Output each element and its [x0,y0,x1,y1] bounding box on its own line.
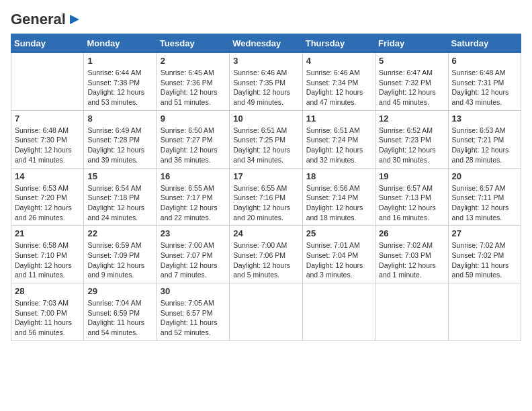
day-number: 18 [306,171,371,181]
logo-arrow-icon [67,12,82,27]
calendar-cell: 12Sunrise: 6:52 AM Sunset: 7:23 PM Dayli… [375,110,448,168]
calendar-cell: 21Sunrise: 6:58 AM Sunset: 7:10 PM Dayli… [11,226,84,283]
day-details: Sunrise: 6:46 AM Sunset: 7:35 PM Dayligh… [233,68,298,107]
day-details: Sunrise: 6:53 AM Sunset: 7:20 PM Dayligh… [15,183,80,223]
weekday-header-friday: Friday [375,34,448,53]
day-details: Sunrise: 6:47 AM Sunset: 7:32 PM Dayligh… [379,68,444,107]
calendar-cell: 13Sunrise: 6:53 AM Sunset: 7:21 PM Dayli… [448,110,521,168]
calendar-cell: 25Sunrise: 7:01 AM Sunset: 7:04 PM Dayli… [302,226,375,283]
day-number: 30 [161,286,226,296]
day-number: 28 [15,286,80,296]
day-details: Sunrise: 6:50 AM Sunset: 7:27 PM Dayligh… [161,126,226,165]
day-details: Sunrise: 6:44 AM Sunset: 7:38 PM Dayligh… [87,68,152,107]
calendar-cell: 23Sunrise: 7:00 AM Sunset: 7:07 PM Dayli… [157,226,229,283]
day-number: 25 [306,228,371,238]
day-number: 20 [452,171,517,181]
calendar-week-4: 21Sunrise: 6:58 AM Sunset: 7:10 PM Dayli… [11,226,521,283]
day-number: 17 [233,171,298,181]
calendar-cell: 2Sunrise: 6:45 AM Sunset: 7:36 PM Daylig… [157,53,229,111]
day-details: Sunrise: 6:58 AM Sunset: 7:10 PM Dayligh… [15,240,80,280]
calendar-cell: 8Sunrise: 6:49 AM Sunset: 7:28 PM Daylig… [84,110,157,168]
day-number: 2 [161,56,226,66]
calendar-week-2: 7Sunrise: 6:48 AM Sunset: 7:30 PM Daylig… [11,110,521,168]
day-details: Sunrise: 6:48 AM Sunset: 7:31 PM Dayligh… [452,68,517,107]
day-number: 24 [233,228,298,238]
calendar-cell: 3Sunrise: 6:46 AM Sunset: 7:35 PM Daylig… [230,53,302,111]
calendar-cell: 5Sunrise: 6:47 AM Sunset: 7:32 PM Daylig… [375,53,448,111]
calendar-cell [230,283,302,341]
calendar-cell: 15Sunrise: 6:54 AM Sunset: 7:18 PM Dayli… [84,168,157,226]
day-details: Sunrise: 7:02 AM Sunset: 7:03 PM Dayligh… [379,240,444,280]
calendar-cell: 26Sunrise: 7:02 AM Sunset: 7:03 PM Dayli… [375,226,448,283]
day-details: Sunrise: 6:54 AM Sunset: 7:18 PM Dayligh… [87,183,152,223]
day-details: Sunrise: 7:05 AM Sunset: 6:57 PM Dayligh… [161,298,226,338]
day-number: 11 [306,113,371,124]
day-details: Sunrise: 6:53 AM Sunset: 7:21 PM Dayligh… [452,126,517,165]
day-details: Sunrise: 7:00 AM Sunset: 7:07 PM Dayligh… [161,240,226,280]
day-number: 1 [87,56,152,66]
day-details: Sunrise: 6:46 AM Sunset: 7:34 PM Dayligh… [306,68,371,107]
weekday-header-tuesday: Tuesday [157,34,229,53]
day-details: Sunrise: 6:59 AM Sunset: 7:09 PM Dayligh… [87,240,152,280]
weekday-header-monday: Monday [84,34,157,53]
weekday-header-wednesday: Wednesday [230,34,302,53]
day-number: 19 [379,171,444,181]
calendar-cell: 20Sunrise: 6:57 AM Sunset: 7:11 PM Dayli… [448,168,521,226]
day-details: Sunrise: 6:55 AM Sunset: 7:17 PM Dayligh… [161,183,226,223]
calendar-cell: 4Sunrise: 6:46 AM Sunset: 7:34 PM Daylig… [302,53,375,111]
day-details: Sunrise: 6:49 AM Sunset: 7:28 PM Dayligh… [87,126,152,165]
day-number: 23 [161,228,226,238]
svg-marker-0 [70,15,79,24]
day-number: 14 [15,171,80,181]
calendar-cell: 18Sunrise: 6:56 AM Sunset: 7:14 PM Dayli… [302,168,375,226]
calendar-cell [11,53,84,111]
calendar-week-5: 28Sunrise: 7:03 AM Sunset: 7:00 PM Dayli… [11,283,521,341]
day-number: 15 [87,171,152,181]
day-number: 8 [87,113,152,124]
day-number: 16 [161,171,226,181]
day-number: 12 [379,113,444,124]
calendar-cell: 30Sunrise: 7:05 AM Sunset: 6:57 PM Dayli… [157,283,229,341]
day-details: Sunrise: 7:04 AM Sunset: 6:59 PM Dayligh… [87,298,152,338]
calendar-header: SundayMondayTuesdayWednesdayThursdayFrid… [11,34,521,53]
calendar-cell: 9Sunrise: 6:50 AM Sunset: 7:27 PM Daylig… [157,110,229,168]
calendar-cell: 19Sunrise: 6:57 AM Sunset: 7:13 PM Dayli… [375,168,448,226]
calendar-cell [302,283,375,341]
calendar-cell: 29Sunrise: 7:04 AM Sunset: 6:59 PM Dayli… [84,283,157,341]
calendar-cell: 24Sunrise: 7:00 AM Sunset: 7:06 PM Dayli… [230,226,302,283]
calendar-week-1: 1Sunrise: 6:44 AM Sunset: 7:38 PM Daylig… [11,53,521,111]
day-details: Sunrise: 6:51 AM Sunset: 7:25 PM Dayligh… [233,126,298,165]
day-number: 29 [87,286,152,296]
day-details: Sunrise: 6:55 AM Sunset: 7:16 PM Dayligh… [233,183,298,223]
day-details: Sunrise: 7:00 AM Sunset: 7:06 PM Dayligh… [233,240,298,280]
day-number: 3 [233,56,298,66]
page-header: General [11,11,521,26]
calendar-cell: 14Sunrise: 6:53 AM Sunset: 7:20 PM Dayli… [11,168,84,226]
day-details: Sunrise: 6:45 AM Sunset: 7:36 PM Dayligh… [161,68,226,107]
day-number: 9 [161,113,226,124]
calendar-cell: 11Sunrise: 6:51 AM Sunset: 7:24 PM Dayli… [302,110,375,168]
day-number: 13 [452,113,517,124]
day-number: 7 [15,113,80,124]
day-number: 21 [15,228,80,238]
day-number: 6 [452,56,517,66]
logo: General [11,11,82,26]
calendar-week-3: 14Sunrise: 6:53 AM Sunset: 7:20 PM Dayli… [11,168,521,226]
calendar-cell: 7Sunrise: 6:48 AM Sunset: 7:30 PM Daylig… [11,110,84,168]
day-details: Sunrise: 6:56 AM Sunset: 7:14 PM Dayligh… [306,183,371,223]
day-number: 22 [87,228,152,238]
day-details: Sunrise: 7:03 AM Sunset: 7:00 PM Dayligh… [15,298,80,338]
calendar-cell: 16Sunrise: 6:55 AM Sunset: 7:17 PM Dayli… [157,168,229,226]
day-number: 27 [452,228,517,238]
calendar-cell [448,283,521,341]
logo-general: General [11,11,66,28]
day-number: 10 [233,113,298,124]
weekday-header-sunday: Sunday [11,34,84,53]
day-number: 4 [306,56,371,66]
day-number: 5 [379,56,444,66]
calendar-cell: 28Sunrise: 7:03 AM Sunset: 7:00 PM Dayli… [11,283,84,341]
day-details: Sunrise: 7:02 AM Sunset: 7:02 PM Dayligh… [452,240,517,280]
calendar-cell: 22Sunrise: 6:59 AM Sunset: 7:09 PM Dayli… [84,226,157,283]
day-details: Sunrise: 6:48 AM Sunset: 7:30 PM Dayligh… [15,126,80,165]
calendar-cell: 6Sunrise: 6:48 AM Sunset: 7:31 PM Daylig… [448,53,521,111]
